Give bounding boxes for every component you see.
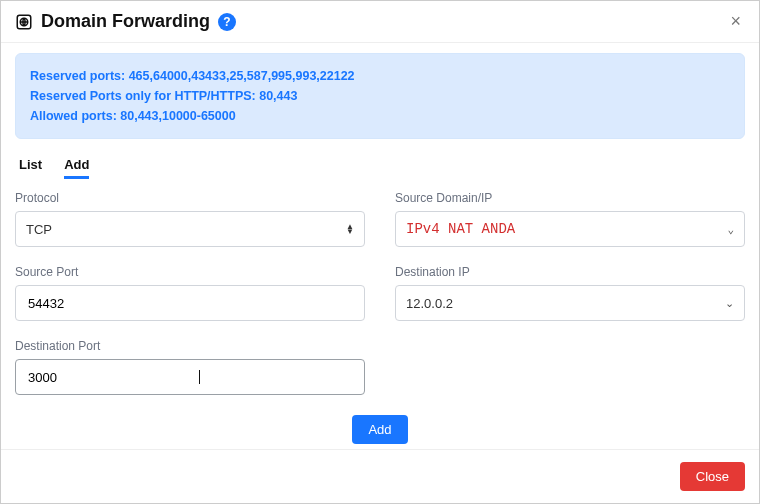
destination-port-label: Destination Port [15,339,365,353]
source-domain-select[interactable]: IPv4 NAT ANDA ⌄ [395,211,745,247]
modal-header: Domain Forwarding ? × [1,1,759,43]
tabs: List Add [19,153,745,179]
destination-ip-field: Destination IP 12.0.0.2 ⌄ [395,265,745,321]
destination-port-field: Destination Port [15,339,365,395]
add-button[interactable]: Add [352,415,407,444]
protocol-field: Protocol TCP ▲▼ [15,191,365,247]
protocol-select[interactable]: TCP ▲▼ [15,211,365,247]
source-domain-field: Source Domain/IP IPv4 NAT ANDA ⌄ [395,191,745,247]
add-form: Protocol TCP ▲▼ Source Domain/IP IPv4 NA… [15,191,745,395]
source-domain-label: Source Domain/IP [395,191,745,205]
add-button-row: Add [15,415,745,444]
modal-body: Reserved ports: 465,64000,43433,25,587,9… [1,43,759,449]
tab-add[interactable]: Add [64,153,89,179]
source-domain-value: IPv4 NAT ANDA [406,221,727,237]
chevron-down-icon: ⌄ [725,297,734,310]
help-icon[interactable]: ? [218,13,236,31]
source-port-label: Source Port [15,265,365,279]
destination-ip-label: Destination IP [395,265,745,279]
port-info-box: Reserved ports: 465,64000,43433,25,587,9… [15,53,745,139]
modal-title: Domain Forwarding [41,11,210,32]
globe-icon [15,13,33,31]
modal-footer: Close [1,449,759,503]
source-port-field: Source Port [15,265,365,321]
info-line-reserved: Reserved ports: 465,64000,43433,25,587,9… [30,67,730,86]
chevron-down-icon: ⌄ [727,223,734,236]
select-arrows-icon: ▲▼ [346,224,354,234]
source-port-input-wrap [15,285,365,321]
tab-list[interactable]: List [19,153,42,179]
info-line-http: Reserved Ports only for HTTP/HTTPS: 80,4… [30,87,730,106]
source-port-input[interactable] [26,286,354,320]
destination-ip-select[interactable]: 12.0.0.2 ⌄ [395,285,745,321]
title-wrap: Domain Forwarding ? [15,11,726,32]
destination-ip-value: 12.0.0.2 [406,296,725,311]
destination-port-input[interactable] [26,360,198,394]
protocol-value: TCP [26,222,346,237]
domain-forwarding-modal: Domain Forwarding ? × Reserved ports: 46… [0,0,760,504]
close-button[interactable]: Close [680,462,745,491]
text-cursor [199,370,200,384]
destination-port-input-wrap [15,359,365,395]
protocol-label: Protocol [15,191,365,205]
info-line-allowed: Allowed ports: 80,443,10000-65000 [30,107,730,126]
close-icon[interactable]: × [726,11,745,32]
